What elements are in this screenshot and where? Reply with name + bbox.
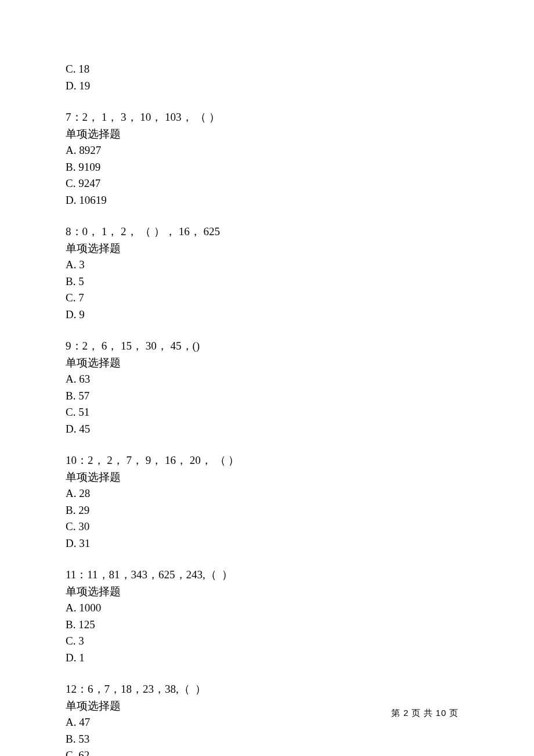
option-c: C. 30 [66,519,468,535]
footer-suffix: 页 [446,708,459,718]
option-d: D. 45 [66,421,468,438]
option-a: A. 63 [66,371,468,388]
option-a: A. 28 [66,485,468,502]
option-b: B. 5 [66,273,468,290]
option-a: A. 3 [66,257,468,273]
question-9: 9：2， 6， 15， 30， 45，() 单项选择题 A. 63 B. 57 … [66,338,468,437]
question-type: 单项选择题 [66,240,468,257]
option-d: D. 10619 [66,192,468,209]
question-11: 11：11，81，343，625，243,（ ） 单项选择题 A. 1000 B… [66,567,468,666]
footer-total-pages: 10 [436,708,447,718]
option-c: C. 3 [66,633,468,650]
option-b: B. 9109 [66,159,468,176]
option-b: B. 125 [66,617,468,633]
residual-options: C. 18 D. 19 [66,61,468,94]
question-8: 8：0， 1， 2， （ ）， 16， 625 单项选择题 A. 3 B. 5 … [66,224,468,323]
question-prompt: 12：6，7，18，23，38,（ ） [66,681,468,698]
option-c: C. 18 [66,61,468,78]
option-b: B. 29 [66,502,468,519]
question-type: 单项选择题 [66,584,468,600]
option-c: C. 9247 [66,175,468,192]
question-7: 7：2， 1， 3， 10， 103， （ ） 单项选择题 A. 8927 B.… [66,109,468,208]
question-type: 单项选择题 [66,355,468,372]
question-prompt: 10：2， 2， 7， 9， 16， 20， （ ） [66,452,468,469]
option-d: D. 31 [66,535,468,552]
question-type: 单项选择题 [66,126,468,143]
question-prompt: 7：2， 1， 3， 10， 103， （ ） [66,109,468,126]
option-d: D. 9 [66,307,468,323]
option-a: A. 1000 [66,600,468,617]
question-prompt: 11：11，81，343，625，243,（ ） [66,567,468,584]
footer-prefix: 第 [391,708,403,718]
page: C. 18 D. 19 7：2， 1， 3， 10， 103， （ ） 单项选择… [0,0,534,756]
option-c: C. 51 [66,404,468,421]
question-10: 10：2， 2， 7， 9， 16， 20， （ ） 单项选择题 A. 28 B… [66,452,468,552]
question-prompt: 9：2， 6， 15， 30， 45，() [66,338,468,355]
question-type: 单项选择题 [66,469,468,486]
option-a: A. 8927 [66,142,468,159]
footer-mid: 页 共 [409,708,435,718]
footer-current-page: 2 [403,708,409,718]
question-prompt: 8：0， 1， 2， （ ）， 16， 625 [66,224,468,240]
option-b: B. 53 [66,731,468,748]
page-footer: 第 2 页 共 10 页 [391,707,459,720]
option-d: D. 19 [66,78,468,95]
option-d: D. 1 [66,650,468,667]
option-b: B. 57 [66,388,468,405]
option-c: C. 62 [66,747,468,756]
option-c: C. 7 [66,290,468,307]
